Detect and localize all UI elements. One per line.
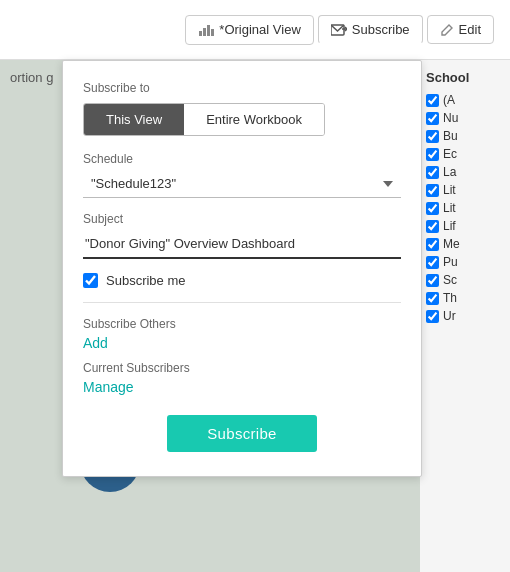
school-checkbox-6[interactable] bbox=[426, 202, 439, 215]
edit-button[interactable]: Edit bbox=[427, 15, 494, 44]
school-list: (A Nu Bu Ec La Lit Lit Lif Me Pu Sc Th U… bbox=[420, 91, 510, 325]
this-view-button[interactable]: This View bbox=[84, 104, 184, 135]
school-item-3: Ec bbox=[426, 145, 504, 163]
subscribe-button-top[interactable]: Subscribe bbox=[318, 15, 423, 44]
map-top-label: ortion g bbox=[10, 70, 53, 85]
subscribe-me-label: Subscribe me bbox=[106, 273, 185, 288]
subscribe-panel: Subscribe to This View Entire Workbook S… bbox=[62, 60, 422, 477]
school-checkbox-10[interactable] bbox=[426, 274, 439, 287]
subscribe-me-checkbox[interactable] bbox=[83, 273, 98, 288]
school-item-5: Lit bbox=[426, 181, 504, 199]
schedule-wrapper: "Schedule123" bbox=[83, 170, 401, 198]
svg-rect-1 bbox=[203, 28, 206, 36]
school-item-12: Ur bbox=[426, 307, 504, 325]
top-bar: *Original View Subscribe Edit bbox=[0, 0, 510, 60]
subscribe-submit-button[interactable]: Subscribe bbox=[167, 415, 316, 452]
subscribe-others-section: Subscribe Others Add bbox=[83, 317, 401, 351]
original-view-label: *Original View bbox=[219, 22, 300, 37]
school-item-0: (A bbox=[426, 91, 504, 109]
edit-label: Edit bbox=[459, 22, 481, 37]
school-checkbox-1[interactable] bbox=[426, 112, 439, 125]
manage-link[interactable]: Manage bbox=[83, 379, 401, 395]
add-link[interactable]: Add bbox=[83, 335, 401, 351]
school-item-6: Lit bbox=[426, 199, 504, 217]
school-checkbox-5[interactable] bbox=[426, 184, 439, 197]
svg-rect-3 bbox=[211, 29, 214, 36]
school-checkbox-3[interactable] bbox=[426, 148, 439, 161]
school-checkbox-4[interactable] bbox=[426, 166, 439, 179]
school-item-8: Me bbox=[426, 235, 504, 253]
school-item-11: Th bbox=[426, 289, 504, 307]
original-view-button[interactable]: *Original View bbox=[185, 15, 313, 45]
school-checkbox-9[interactable] bbox=[426, 256, 439, 269]
subject-label: Subject bbox=[83, 212, 401, 226]
school-checkbox-7[interactable] bbox=[426, 220, 439, 233]
current-subscribers-section: Current Subscribers Manage bbox=[83, 361, 401, 395]
entire-workbook-button[interactable]: Entire Workbook bbox=[184, 104, 324, 135]
svg-rect-0 bbox=[199, 31, 202, 36]
school-checkbox-2[interactable] bbox=[426, 130, 439, 143]
school-list-area: School (A Nu Bu Ec La Lit Lit Lif Me Pu … bbox=[420, 60, 510, 572]
subject-input[interactable] bbox=[83, 230, 401, 259]
chart-icon bbox=[198, 22, 214, 38]
view-toggle: This View Entire Workbook bbox=[83, 103, 325, 136]
schedule-label: Schedule bbox=[83, 152, 401, 166]
school-checkbox-0[interactable] bbox=[426, 94, 439, 107]
school-checkbox-11[interactable] bbox=[426, 292, 439, 305]
school-item-4: La bbox=[426, 163, 504, 181]
subscribe-others-label: Subscribe Others bbox=[83, 317, 401, 331]
subscribe-to-label: Subscribe to bbox=[83, 81, 401, 95]
divider-1 bbox=[83, 302, 401, 303]
school-item-10: Sc bbox=[426, 271, 504, 289]
svg-rect-2 bbox=[207, 25, 210, 36]
school-item-9: Pu bbox=[426, 253, 504, 271]
school-checkbox-12[interactable] bbox=[426, 310, 439, 323]
school-item-1: Nu bbox=[426, 109, 504, 127]
school-item-2: Bu bbox=[426, 127, 504, 145]
current-subscribers-label: Current Subscribers bbox=[83, 361, 401, 375]
subscribe-label: Subscribe bbox=[352, 22, 410, 37]
schedule-select[interactable]: "Schedule123" bbox=[83, 170, 401, 198]
school-header: School bbox=[420, 60, 510, 91]
subscribe-me-row: Subscribe me bbox=[83, 273, 401, 288]
school-item-7: Lif bbox=[426, 217, 504, 235]
school-checkbox-8[interactable] bbox=[426, 238, 439, 251]
subscribe-icon bbox=[331, 23, 347, 37]
edit-icon bbox=[440, 23, 454, 37]
